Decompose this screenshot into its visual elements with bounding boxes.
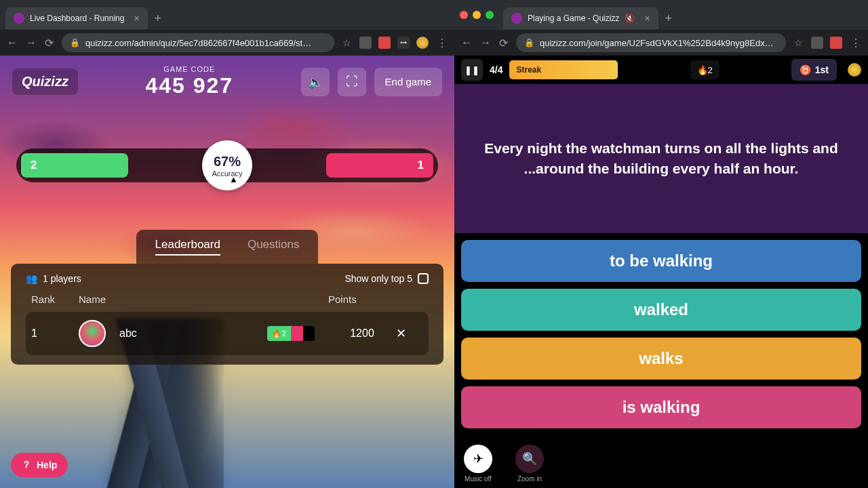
help-label: Help	[37, 460, 57, 470]
new-tab-button[interactable]: +	[155, 12, 162, 26]
url-text: quizizz.com/join/game/U2FsdGVkX1%252Bd4k…	[540, 38, 774, 48]
url-text: quizizz.com/admin/quiz/5ec7d862667f4e001…	[85, 38, 311, 48]
streak-bar: Streak	[509, 60, 618, 79]
row-progress: 🔥2	[267, 326, 315, 341]
row-name: abc	[119, 327, 267, 340]
help-icon: ？	[22, 459, 31, 471]
extension-icons	[811, 37, 842, 49]
answers: to be walking walked walks is walking	[454, 233, 868, 439]
zoom-label: Zoom in	[517, 475, 542, 483]
profile-avatar-icon[interactable]	[416, 37, 429, 49]
streak-count: 🔥2	[690, 60, 719, 79]
accuracy-label: Accuracy	[212, 169, 242, 178]
tab-title: Live Dashboard - Running	[30, 14, 124, 23]
streak-badge: 🔥2	[267, 326, 291, 341]
extension-icon[interactable]: ⊶	[397, 37, 410, 49]
rank-icon: ♉	[800, 64, 811, 75]
close-icon[interactable]: ×	[644, 13, 650, 24]
answer-option-3[interactable]: walks	[461, 338, 861, 380]
game-code-value: 445 927	[86, 73, 293, 98]
accuracy-circle: 67% Accuracy ▲	[202, 140, 252, 190]
browser-tab[interactable]: Playing a Game - Quizizz 🔇 ×	[503, 7, 658, 29]
table-header: Rank Name Points	[26, 293, 429, 312]
menu-icon[interactable]: ⋮	[850, 37, 861, 49]
extension-icon[interactable]	[830, 37, 842, 49]
zoom-button[interactable]: 🔍 Zoom in	[515, 445, 544, 483]
tab-questions[interactable]: Questions	[248, 238, 300, 256]
browser-toolbar-right: ← → ⟳ 🔒 quizizz.com/join/game/U2FsdGVkX1…	[454, 30, 868, 56]
player-topbar: ❚❚ 4/4 Streak 🔥2 ♉ 1st	[454, 56, 868, 84]
favicon-icon	[511, 13, 522, 24]
avatar	[79, 320, 106, 347]
question-counter: 4/4	[490, 64, 502, 75]
show-top-toggle[interactable]: Show only top 5	[344, 273, 429, 284]
music-icon: ✈	[473, 451, 484, 466]
players-label: 1 players	[43, 273, 81, 284]
end-game-button[interactable]: End game	[374, 68, 442, 96]
answer-option-1[interactable]: to be walking	[461, 240, 861, 282]
players-icon: 👥	[26, 273, 37, 284]
address-bar[interactable]: 🔒 quizizz.com/admin/quiz/5ec7d862667f4e0…	[62, 33, 334, 52]
game-code-label: GAME CODE	[86, 65, 293, 73]
menu-icon[interactable]: ⋮	[437, 37, 448, 49]
quizizz-logo[interactable]: Quizizz	[12, 68, 78, 95]
new-tab-button[interactable]: +	[665, 12, 673, 26]
address-bar[interactable]: 🔒 quizizz.com/join/game/U2FsdGVkX1%252Bd…	[516, 33, 786, 52]
incorrect-count: 1	[326, 153, 433, 178]
fullscreen-button[interactable]: ⛶	[338, 68, 366, 96]
music-toggle[interactable]: ✈ Music off	[464, 445, 492, 483]
extension-icon[interactable]	[811, 37, 823, 49]
extension-icons: ⊶	[359, 37, 429, 49]
music-label: Music off	[465, 475, 492, 483]
extension-icon[interactable]	[359, 37, 372, 49]
back-button[interactable]: ←	[7, 37, 18, 49]
player-bottombar: ✈ Music off 🔍 Zoom in	[454, 439, 868, 488]
coin-icon[interactable]	[848, 63, 861, 77]
zoom-icon: 🔍	[522, 451, 537, 466]
players-count: 👥 1 players	[26, 273, 81, 284]
reload-button[interactable]: ⟳	[499, 37, 508, 49]
favicon-icon	[14, 13, 24, 24]
row-rank: 1	[31, 327, 79, 340]
close-window-icon[interactable]	[460, 11, 468, 19]
minimize-window-icon[interactable]	[473, 11, 481, 19]
table-row: 1 abc 🔥2 1200 ✕	[26, 312, 429, 355]
maximize-window-icon[interactable]	[486, 11, 494, 19]
tabs: Leaderboard Questions	[136, 230, 319, 264]
accuracy-percent: 67%	[214, 154, 241, 169]
row-points: 1200	[328, 327, 396, 340]
remove-player-button[interactable]: ✕	[396, 326, 423, 341]
sound-button[interactable]: 🔈	[301, 68, 330, 96]
back-button[interactable]: ←	[461, 37, 472, 49]
browser-tabstrip-right: Playing a Game - Quizizz 🔇 × +	[454, 0, 868, 30]
col-points: Points	[328, 293, 396, 305]
reload-button[interactable]: ⟳	[45, 37, 54, 49]
leaderboard-panel: 👥 1 players Show only top 5 Rank Name Po…	[11, 264, 443, 365]
lock-icon: 🔒	[524, 38, 534, 47]
volume-icon: 🔈	[308, 75, 323, 89]
pause-button[interactable]: ❚❚	[461, 59, 483, 81]
accuracy-bar: 2 1 67% Accuracy ▲	[16, 148, 438, 182]
player-app: ❚❚ 4/4 Streak 🔥2 ♉ 1st Every night the w…	[454, 56, 868, 488]
browser-tabstrip-left: Live Dashboard - Running × +	[0, 0, 454, 30]
mute-icon[interactable]: 🔇	[625, 14, 635, 23]
rank-badge: ♉ 1st	[791, 59, 837, 81]
game-code: GAME CODE 445 927	[86, 65, 293, 98]
help-button[interactable]: ？ Help	[11, 453, 68, 477]
tab-leaderboard[interactable]: Leaderboard	[155, 238, 220, 256]
window-controls	[460, 11, 494, 19]
close-icon[interactable]: ×	[134, 13, 139, 24]
forward-button[interactable]: →	[26, 37, 37, 49]
correct-count: 2	[21, 153, 128, 178]
checkbox-icon[interactable]	[418, 273, 429, 284]
lock-icon: 🔒	[70, 38, 80, 47]
bookmark-icon[interactable]: ☆	[342, 37, 351, 48]
extension-icon[interactable]	[378, 37, 391, 49]
forward-button[interactable]: →	[480, 37, 491, 49]
bookmark-icon[interactable]: ☆	[794, 37, 803, 48]
answer-option-2[interactable]: walked	[461, 289, 861, 331]
browser-tab[interactable]: Live Dashboard - Running ×	[5, 7, 148, 29]
fullscreen-icon: ⛶	[346, 75, 358, 89]
tab-title: Playing a Game - Quizizz	[528, 14, 619, 23]
answer-option-4[interactable]: is walking	[461, 386, 861, 428]
